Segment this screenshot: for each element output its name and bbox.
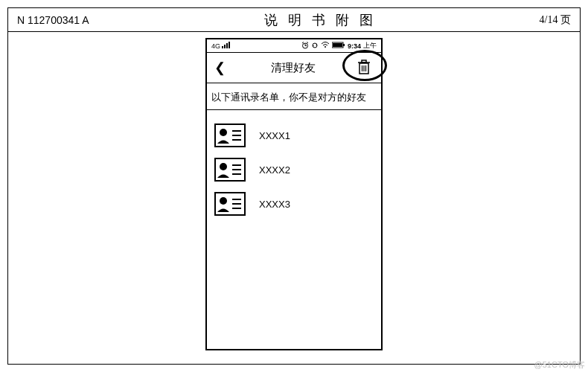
contact-name: XXXX1 — [259, 130, 290, 141]
svg-rect-1 — [224, 45, 226, 48]
svg-rect-14 — [343, 44, 345, 46]
svg-point-22 — [220, 129, 227, 136]
signal-icon — [222, 42, 232, 50]
contact-card-icon — [214, 158, 246, 182]
svg-marker-9 — [316, 44, 317, 45]
status-time: 9:34 — [348, 42, 361, 50]
divider — [207, 109, 381, 110]
contact-name: XXXX3 — [259, 199, 290, 210]
contact-name: XXXX2 — [259, 164, 290, 176]
svg-point-32 — [220, 197, 227, 205]
list-item[interactable]: XXXX2 — [214, 158, 374, 182]
sync-icon — [311, 42, 319, 51]
back-icon[interactable]: ❮ — [214, 60, 226, 76]
svg-rect-3 — [229, 42, 230, 48]
svg-rect-17 — [362, 60, 366, 62]
screen-title: 清理好友 — [226, 61, 374, 75]
watermark: @51CTO博客 — [534, 359, 585, 371]
list-item[interactable]: XXXX1 — [214, 124, 374, 147]
contact-card-icon — [214, 124, 246, 147]
alarm-icon — [301, 42, 309, 51]
document-section-title: 说明书附图 — [136, 11, 511, 29]
svg-rect-0 — [222, 46, 223, 48]
trash-icon — [357, 59, 371, 75]
battery-icon — [332, 42, 345, 50]
svg-rect-13 — [333, 43, 342, 47]
page-indicator: 4/14 页 — [511, 13, 571, 27]
status-bar: 4G — [207, 39, 381, 53]
svg-rect-2 — [226, 43, 228, 48]
svg-marker-10 — [313, 45, 314, 47]
contact-list: XXXX1 XXXX2 XXXX3 — [207, 115, 381, 229]
list-item[interactable]: XXXX3 — [214, 192, 374, 216]
svg-line-8 — [307, 42, 308, 43]
figure-area: 4G — [8, 32, 580, 350]
page-header: N 112700341 A 说明书附图 4/14 页 — [8, 8, 580, 32]
publication-number: N 112700341 A — [17, 14, 136, 26]
patent-page: N 112700341 A 说明书附图 4/14 页 4G — [7, 7, 581, 365]
title-bar: ❮ 清理好友 — [207, 53, 381, 83]
contact-card-icon — [214, 192, 246, 216]
svg-point-27 — [220, 163, 227, 170]
divider — [207, 83, 381, 83]
svg-line-7 — [302, 42, 304, 43]
wifi-icon — [321, 42, 330, 50]
svg-point-11 — [325, 46, 326, 48]
delete-button[interactable] — [357, 59, 371, 78]
phone-frame: 4G — [205, 38, 383, 350]
info-text: 以下通讯录名单，你不是对方的好友 — [207, 88, 381, 109]
status-period: 上午 — [363, 41, 377, 51]
network-label: 4G — [211, 42, 220, 50]
